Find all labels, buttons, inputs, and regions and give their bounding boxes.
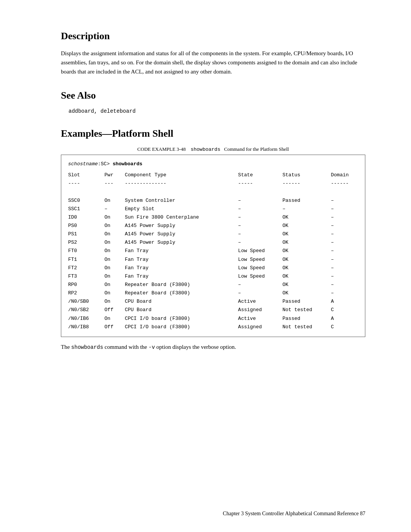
table-row: FT3OnFan TrayLow SpeedOK– [68,272,358,281]
examples-section: Examples—Platform Shell CODE EXAMPLE 3-4… [61,128,365,350]
cell-status: OK [282,289,331,297]
cell-status: Not tested [282,306,331,314]
command-prompt-line: schostname:SC> showboards [68,160,358,168]
cell-pwr: On [105,256,125,264]
cell-state: – [238,289,283,297]
cell-state: Low Speed [238,247,283,255]
table-row: ID0OnSun Fire 3800 Centerplane–OK– [68,213,358,222]
cell-state: Low Speed [238,256,283,264]
code-box: schostname:SC> showboards Slot Pwr Compo… [61,155,365,337]
cell-domain: – [331,230,358,238]
cell-pwr: On [105,272,125,281]
page-footer-text: Chapter 3 System Controller Alphabetical… [223,511,365,517]
cell-status: Passed [282,197,331,205]
cell-component: Fan Tray [125,247,238,255]
table-row: FT1OnFan TrayLow SpeedOK– [68,256,358,264]
cell-domain: C [331,323,358,331]
cell-slot: PS1 [68,230,105,238]
cell-state: Assigned [238,306,283,314]
see-also-title: See Also [61,90,365,101]
footer-text-after: command with the [103,344,148,350]
description-section: Description Displays the assignment info… [61,30,365,76]
cell-status: OK [282,264,331,272]
cell-pwr: On [105,281,125,289]
cell-component: Repeater Board (F3800) [125,289,238,297]
cell-slot: /N0/SB0 [68,297,105,306]
cell-state: – [238,230,283,238]
cell-pwr: On [105,247,125,255]
cell-status: OK [282,222,331,230]
table-header-row: Slot Pwr Component Type State Status Dom… [68,171,358,179]
cell-state: Low Speed [238,272,283,281]
table-row: SSC0OnSystem Controller–Passed– [68,197,358,205]
cell-status: Not tested [282,323,331,331]
blank-row-1 [68,188,358,196]
cell-pwr: On [105,230,125,238]
div-component-type: -------------- [125,179,238,188]
page-footer: Chapter 3 System Controller Alphabetical… [61,511,365,517]
cell-component: Fan Tray [125,264,238,272]
cell-domain: C [331,306,358,314]
cell-slot: FT0 [68,247,105,255]
cell-component: Sun Fire 3800 Centerplane [125,213,238,222]
prompt-hostname: schostname [68,161,98,167]
cell-domain: – [331,272,358,281]
cell-slot: FT3 [68,272,105,281]
prompt-separator: :SC> [98,161,113,167]
cell-component: CPU Board [125,306,238,314]
cell-domain: – [331,256,358,264]
cell-state: – [238,238,283,247]
cell-domain: – [331,264,358,272]
cell-domain: – [331,247,358,255]
cell-state: – [238,222,283,230]
table-row: /N0/SB2OffCPU BoardAssignedNot testedC [68,306,358,314]
cell-state: – [238,281,283,289]
cell-pwr: Off [105,323,125,331]
cell-status: OK [282,247,331,255]
cell-domain: – [331,197,358,205]
table-row: /N0/SB0OnCPU BoardActivePassedA [68,297,358,306]
div-domain: ------ [331,179,358,188]
cell-slot: RP2 [68,289,105,297]
description-body: Displays the assignment information and … [61,49,365,76]
cell-slot: PS0 [68,222,105,230]
cell-domain: – [331,213,358,222]
cell-status: OK [282,230,331,238]
cell-status: OK [282,281,331,289]
see-also-commands: addboard, deleteboard [68,108,365,114]
div-pwr: --- [105,179,125,188]
cell-status: OK [282,213,331,222]
cell-state: Assigned [238,323,283,331]
cell-domain: – [331,222,358,230]
cell-component: CPU Board [125,297,238,306]
cell-pwr: On [105,264,125,272]
examples-footer-text: The showboards command with the -v optio… [61,344,365,350]
table-row: /N0/IB8OffCPCI I/O board (F3800)Assigned… [68,323,358,331]
cell-slot: /N0/SB2 [68,306,105,314]
cell-state: – [238,213,283,222]
footer-command: showboards [71,344,103,350]
footer-text-end: option displays the verbose option. [155,344,236,350]
col-header-domain: Domain [331,171,358,179]
div-status: ------ [282,179,331,188]
cell-state: Active [238,315,283,323]
cell-domain: A [331,297,358,306]
cell-status: OK [282,256,331,264]
table-row: PS2OnA145 Power Supply–OK– [68,238,358,247]
page-content: Description Displays the assignment info… [0,0,411,395]
see-also-section: See Also addboard, deleteboard [61,90,365,114]
col-header-component-type: Component Type [125,171,238,179]
description-title: Description [61,30,365,42]
table-divider-row: ---- --- -------------- ----- ------ ---… [68,179,358,188]
cell-component: A145 Power Supply [125,222,238,230]
footer-option: -v [148,344,155,350]
cell-component: System Controller [125,197,238,205]
cell-pwr: – [105,205,125,213]
col-header-state: State [238,171,283,179]
cell-pwr: On [105,238,125,247]
cell-domain: – [331,238,358,247]
cell-slot: SSC1 [68,205,105,213]
code-example-suffix: Command for the Platform Shell [224,146,289,152]
output-table-area: Slot Pwr Component Type State Status Dom… [68,171,358,331]
cell-slot: ID0 [68,213,105,222]
